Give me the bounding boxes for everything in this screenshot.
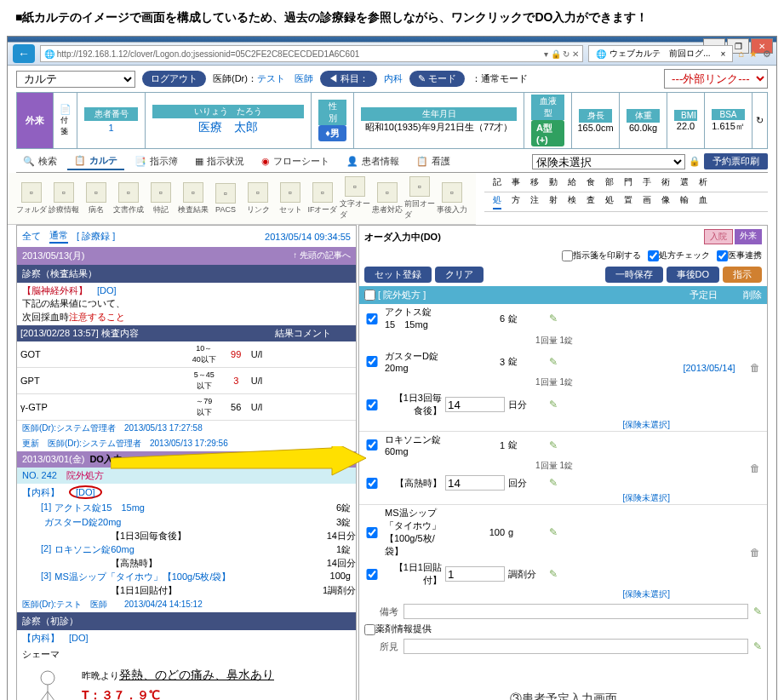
delete-icon[interactable]: 🗑 <box>750 547 760 559</box>
prefix-血[interactable]: 血 <box>699 194 707 209</box>
dept1: 【脳神経外科】 <box>22 285 88 295</box>
subnav-shijibo[interactable]: 📑指示簿 <box>128 153 185 169</box>
tool-IFオーダ[interactable]: ▫IFオーダ <box>307 182 338 215</box>
prefix-選[interactable]: 選 <box>680 176 689 190</box>
prefix-給[interactable]: 給 <box>568 176 576 190</box>
tool-前回オーダ[interactable]: ▫前回オーダ <box>404 176 435 221</box>
shinsatsu-label: 診察（検査結果） <box>17 265 356 283</box>
tool-PACS[interactable]: ▫PACS <box>210 183 241 214</box>
prefix-注[interactable]: 注 <box>530 194 539 209</box>
pencil-icon[interactable]: ✎ <box>753 640 762 652</box>
bmi-value: 22.0 <box>677 121 695 131</box>
visit1-more[interactable]: ↑ 先頭の記事へ <box>293 250 351 262</box>
tool-診療情報[interactable]: ▫診療情報 <box>49 182 79 215</box>
lock-icon[interactable]: 🔒 <box>689 156 701 167</box>
tool-特記[interactable]: ▫特記 <box>146 182 176 215</box>
star-icon[interactable]: ★ <box>749 49 758 60</box>
tool-リンク[interactable]: ▫リンク <box>243 182 273 215</box>
set-register-button[interactable]: セット登録 <box>364 267 432 283</box>
external-link-select[interactable]: ---外部リンク--- <box>664 69 768 89</box>
shijibo-icon: 📑 <box>134 156 146 167</box>
delete-icon[interactable]: 🗑 <box>750 362 760 374</box>
prefix-輸[interactable]: 輸 <box>680 194 689 209</box>
prefix-査[interactable]: 査 <box>587 194 595 209</box>
note1: 下記の結果値について、 <box>22 298 125 308</box>
tool-文字オーダ[interactable]: ▫文字オーダ <box>340 176 370 221</box>
prefix-置[interactable]: 置 <box>624 194 632 209</box>
prefix-射[interactable]: 射 <box>549 194 558 209</box>
fusen-icon[interactable]: 📄 <box>60 104 72 115</box>
karte-select[interactable]: カルテ <box>16 71 135 88</box>
url-bar[interactable]: 🌐 http://192.168.1.12/clover/Logon.do;js… <box>40 45 583 62</box>
sheet-icon: ▦ <box>195 156 203 167</box>
do-circle[interactable]: [DO] <box>69 485 102 499</box>
opt-print[interactable]: 指示箋を印刷する <box>562 250 641 261</box>
yakuzai-check[interactable]: 薬剤情報提供 <box>364 623 432 634</box>
pencil-icon[interactable]: ✎ <box>753 605 762 617</box>
do-link2[interactable]: [DO] <box>69 633 89 643</box>
prefix-画[interactable]: 画 <box>643 194 651 209</box>
tool-検査結果[interactable]: ▫検査結果 <box>178 182 209 215</box>
refresh-icon[interactable]: ↻ <box>752 93 767 148</box>
prefix-析[interactable]: 析 <box>699 176 707 190</box>
browser-tab[interactable]: 🌐ウェブカルテ 前回ログ...× <box>588 45 733 62</box>
chip-inpatient[interactable]: 入院 <box>704 229 733 244</box>
subnav-karte[interactable]: 📋カルテ <box>67 152 124 170</box>
prefix-部[interactable]: 部 <box>605 176 614 190</box>
prefix-像[interactable]: 像 <box>661 194 670 209</box>
chip-outpatient[interactable]: 外来 <box>735 229 762 244</box>
schema-label: シェーマ <box>17 646 356 663</box>
tool-患者対応[interactable]: ▫患者対応 <box>372 182 403 215</box>
weight-value: 60.0kg <box>629 123 657 133</box>
shiji-button[interactable]: 指示 <box>723 267 762 283</box>
mode-button[interactable]: ✎ モード <box>409 71 465 87</box>
weight-label: 体重 <box>627 109 660 123</box>
tool-事後入力[interactable]: ▫事後入力 <box>437 182 467 215</box>
clear-button[interactable]: クリア <box>435 267 484 283</box>
prefix-処[interactable]: 処 <box>605 194 614 209</box>
do-link[interactable]: [DO] <box>97 285 117 295</box>
hokken-select[interactable]: 保険未選択 <box>532 154 685 169</box>
tool-病名[interactable]: ▫病名 <box>81 182 112 215</box>
tab-normal[interactable]: 通常 <box>49 229 68 244</box>
remarks-input[interactable] <box>403 604 748 619</box>
prefix-検[interactable]: 検 <box>568 194 576 209</box>
prefix-動[interactable]: 動 <box>549 176 558 190</box>
prefix-食[interactable]: 食 <box>587 176 595 190</box>
prefix-方[interactable]: 方 <box>512 194 520 209</box>
tool-セット[interactable]: ▫セット <box>275 182 306 215</box>
shoken-input[interactable] <box>403 639 748 654</box>
subnav-search[interactable]: 🔍検索 <box>16 153 64 169</box>
prefix-事[interactable]: 事 <box>512 176 520 190</box>
prefix-処[interactable]: 処 <box>493 194 501 209</box>
opt-check[interactable]: 処方チェック <box>648 250 710 261</box>
tool-文書作成[interactable]: ▫文書作成 <box>113 182 144 215</box>
order-check-all[interactable] <box>364 290 375 301</box>
subnav-shijijo[interactable]: ▦指示状況 <box>188 153 251 169</box>
prefix-手[interactable]: 手 <box>643 176 651 190</box>
visit2-date: 2013/03/01(金) <box>22 453 84 466</box>
jigo-do-button[interactable]: 事後DO <box>667 267 720 283</box>
dept2: 【内科】 <box>22 487 60 497</box>
gear-icon[interactable]: ⚙ <box>763 49 771 60</box>
prefix-記[interactable]: 記 <box>493 176 501 190</box>
prefix-術[interactable]: 術 <box>661 176 670 190</box>
delete-icon[interactable]: 🗑 <box>750 462 760 474</box>
tab-all[interactable]: 全て <box>22 230 41 243</box>
prefix-移[interactable]: 移 <box>530 176 539 190</box>
tool-フォルダ[interactable]: ▫フォルダ <box>16 182 47 215</box>
subnav-kanjajoho[interactable]: 👤患者情報 <box>340 153 406 169</box>
kamoku-button[interactable]: ◀ 科目： <box>320 71 377 87</box>
subnav-flowsheet[interactable]: ◉フローシート <box>255 153 336 169</box>
print-button[interactable]: 予約票印刷 <box>704 153 768 169</box>
subnav-kango[interactable]: 📋看護 <box>409 153 457 169</box>
opt-iji[interactable]: 医事連携 <box>717 250 762 261</box>
logout-button[interactable]: ログアウト <box>142 71 206 87</box>
tmp-save-button[interactable]: 一時保存 <box>605 267 663 283</box>
height-value: 165.0cm <box>577 123 613 133</box>
sched-date[interactable]: [2013/05/14] <box>675 304 743 431</box>
home-icon[interactable]: ⌂ <box>738 49 744 59</box>
prefix-門[interactable]: 門 <box>624 176 632 190</box>
browser-back-button[interactable]: ← <box>13 44 35 63</box>
tab-rec[interactable]: [ 診療録 ] <box>77 230 115 243</box>
